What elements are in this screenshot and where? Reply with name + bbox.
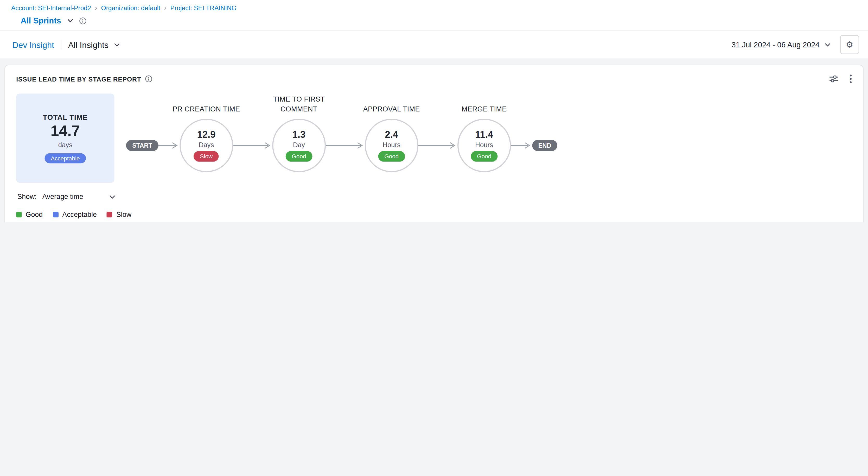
legend-label: Good: [26, 211, 43, 218]
breadcrumb-separator-icon: ›: [164, 4, 166, 11]
flow-end-pill: END: [532, 140, 557, 151]
flow-start-pill: START: [126, 140, 158, 151]
legend-swatch: [107, 212, 112, 217]
stage-flow: START PR CREATION TIME 12.9 Days Slow TI…: [126, 104, 558, 172]
stage-pr-creation-time[interactable]: PR CREATION TIME 12.9 Days Slow: [180, 119, 233, 172]
chevron-down-icon: [824, 41, 831, 48]
legend-label: Slow: [116, 211, 131, 218]
legend-item-good[interactable]: Good: [16, 211, 43, 218]
info-icon[interactable]: [145, 75, 152, 83]
stage-value: 11.4: [475, 130, 493, 141]
stage-name: PR CREATION TIME: [162, 104, 251, 114]
legend-swatch: [53, 212, 58, 217]
stage-rating-badge: Good: [378, 151, 405, 161]
dev-insight-link[interactable]: Dev Insight: [12, 40, 54, 49]
total-rating-badge: Acceptable: [45, 153, 86, 163]
topbar: Account: SEI-Internal-Prod2 › Organizati…: [0, 0, 868, 30]
date-range-label: 31 Jul 2024 - 06 Aug 2024: [732, 40, 819, 49]
insight-header: Dev Insight All Insights 31 Jul 2024 - 0…: [0, 30, 868, 59]
stage-name: TIME TO FIRST COMMENT: [255, 94, 343, 114]
dashboard: ISSUE LEAD TIME BY STAGE REPORT TOTAL TI…: [0, 59, 868, 222]
flow-arrow-icon: [233, 142, 272, 149]
info-icon[interactable]: [79, 17, 86, 24]
sprint-selector[interactable]: All Sprints: [21, 16, 61, 25]
more-options-icon[interactable]: [849, 74, 852, 84]
filter-settings-icon[interactable]: [829, 74, 838, 84]
stage-name: APPROVAL TIME: [347, 104, 436, 114]
divider: [61, 39, 61, 50]
stage-rating-badge: Slow: [194, 151, 219, 161]
legend-label: Acceptable: [62, 211, 97, 218]
chevron-down-icon: [109, 193, 116, 201]
breadcrumb-project-link[interactable]: Project: SEI TRAINING: [170, 4, 237, 11]
stage-value: 2.4: [385, 130, 398, 141]
rating-legend: Good Acceptable Slow: [16, 211, 852, 218]
lead-time-card: ISSUE LEAD TIME BY STAGE REPORT TOTAL TI…: [4, 65, 864, 222]
breadcrumb-account-link[interactable]: Account: SEI-Internal-Prod2: [11, 4, 91, 11]
stage-circle: 12.9 Days Slow: [180, 119, 233, 172]
stage-merge-time[interactable]: MERGE TIME 11.4 Hours Good: [457, 119, 511, 172]
stage-circle: 1.3 Day Good: [272, 119, 326, 172]
flow-arrow-icon: [511, 142, 532, 149]
stage-circle: 11.4 Hours Good: [457, 119, 511, 172]
stage-circle: 2.4 Hours Good: [365, 119, 418, 172]
total-time-box: TOTAL TIME 14.7 days Acceptable: [16, 94, 114, 183]
stage-name: MERGE TIME: [440, 104, 528, 114]
show-metric-select[interactable]: Average time: [42, 193, 116, 201]
insight-select-label: All Insights: [68, 40, 109, 49]
total-time-unit: days: [58, 141, 72, 149]
stage-rating-badge: Good: [471, 151, 497, 161]
breadcrumb-organization-link[interactable]: Organization: default: [101, 4, 160, 11]
stage-time-to-first-comment[interactable]: TIME TO FIRST COMMENT 1.3 Day Good: [272, 119, 326, 172]
date-range-select[interactable]: 31 Jul 2024 - 06 Aug 2024: [732, 40, 831, 49]
show-label: Show:: [17, 193, 37, 201]
total-time-label: TOTAL TIME: [43, 113, 88, 121]
breadcrumb: Account: SEI-Internal-Prod2 › Organizati…: [11, 4, 857, 11]
flow-arrow-icon: [418, 142, 457, 149]
insight-select[interactable]: All Insights: [68, 40, 121, 49]
chevron-down-icon[interactable]: [66, 17, 74, 25]
stage-unit: Hours: [382, 141, 400, 149]
legend-item-slow[interactable]: Slow: [107, 211, 131, 218]
stage-unit: Hours: [475, 141, 493, 149]
stage-value: 12.9: [197, 130, 216, 141]
total-time-value: 14.7: [51, 123, 80, 140]
stage-rating-badge: Good: [286, 151, 312, 161]
legend-swatch: [16, 212, 22, 217]
card-title: ISSUE LEAD TIME BY STAGE REPORT: [16, 76, 141, 82]
gear-icon: ⚙: [846, 39, 854, 50]
stage-unit: Day: [293, 141, 305, 149]
show-metric-value: Average time: [42, 193, 83, 201]
legend-item-acceptable[interactable]: Acceptable: [53, 211, 97, 218]
breadcrumb-separator-icon: ›: [95, 4, 97, 11]
stage-approval-time[interactable]: APPROVAL TIME 2.4 Hours Good: [365, 119, 418, 172]
flow-arrow-icon: [158, 142, 180, 149]
flow-arrow-icon: [326, 142, 365, 149]
stage-unit: Days: [199, 141, 214, 149]
chevron-down-icon: [113, 41, 120, 48]
page: Account: SEI-Internal-Prod2 › Organizati…: [0, 0, 868, 222]
settings-button[interactable]: ⚙: [840, 35, 859, 54]
stage-value: 1.3: [292, 130, 306, 141]
